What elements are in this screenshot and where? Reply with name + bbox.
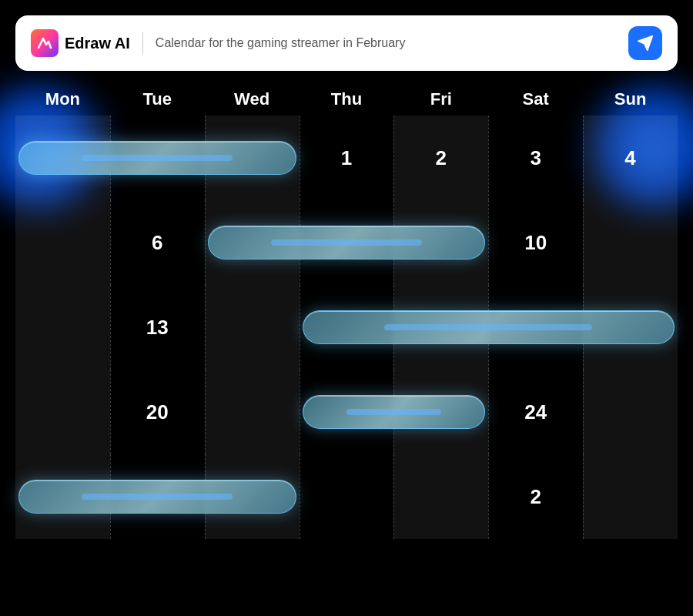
date-num-10-r1: 10: [524, 231, 547, 255]
gantt-bar-fill: [82, 155, 233, 161]
header-bar: Edraw AI Calendar for the gaming streame…: [15, 15, 678, 71]
cal-cell-r1-c5: 10: [488, 200, 583, 285]
calendar-rows: 12346101320242: [15, 116, 678, 539]
v-line-6: [583, 454, 584, 539]
gantt-bar-bar4: [303, 395, 486, 429]
cal-cell-r4-c6: [583, 454, 678, 539]
cal-cell-r4-c5: 2: [488, 454, 583, 539]
v-line-2: [205, 370, 206, 454]
cal-cell-r1-c1: 6: [110, 200, 205, 285]
cal-cell-r1-c0: [15, 200, 110, 285]
calendar: Mon Tue Wed Thu Fri Sat Sun 123461013202…: [15, 80, 678, 539]
v-line-6: [583, 200, 584, 285]
cal-cell-r4-c3: [300, 454, 394, 539]
cal-row-1: 610: [15, 200, 678, 285]
date-num-3-r0: 3: [530, 146, 541, 170]
edraw-logo-icon: [31, 29, 59, 57]
gantt-bar-bar5: [18, 480, 296, 514]
cal-cell-r3-c6: [583, 370, 678, 454]
cal-row-4: 2: [15, 454, 678, 539]
day-header-mon: Mon: [15, 80, 110, 116]
v-line-1: [110, 285, 111, 370]
send-button[interactable]: [628, 26, 662, 60]
cal-cell-r0-c3: 1: [300, 116, 394, 200]
cal-cell-r4-c4: [393, 454, 488, 539]
v-line-2: [205, 200, 206, 285]
date-num-13-r2: 13: [146, 316, 169, 340]
date-num-20-r3: 20: [146, 400, 169, 424]
date-num-1-r0: 1: [341, 146, 352, 170]
v-line-5: [488, 454, 489, 539]
date-num-2-r0: 2: [436, 146, 447, 170]
cal-cell-r2-c1: 13: [110, 285, 205, 370]
v-line-5: [488, 116, 489, 200]
gantt-bar-bar2: [208, 226, 486, 259]
cal-cell-r2-c0: [15, 285, 110, 370]
v-line-6: [583, 116, 584, 200]
v-line-5: [488, 200, 489, 285]
gantt-bar-fill: [346, 409, 440, 415]
cal-cell-r1-c6: [583, 200, 678, 285]
day-header-sat: Sat: [488, 80, 583, 116]
v-line-6: [583, 370, 584, 454]
cal-cell-r2-c2: [205, 285, 300, 370]
day-header-tue: Tue: [110, 80, 205, 116]
gantt-bar-bar1: [18, 141, 296, 175]
day-header-fri: Fri: [393, 80, 488, 116]
date-num-2-r4: 2: [530, 485, 541, 509]
header-title: Calendar for the gaming streamer in Febr…: [156, 36, 616, 50]
logo-area: Edraw AI: [31, 29, 130, 57]
date-num-4-r0: 4: [624, 146, 635, 170]
header-divider: [142, 32, 143, 54]
gantt-bar-fill: [384, 324, 592, 330]
day-header-thu: Thu: [300, 80, 394, 116]
v-line-5: [488, 370, 489, 454]
cal-cell-r0-c6: 4: [583, 116, 678, 200]
gantt-bar-fill: [82, 494, 233, 500]
date-num-24-r3: 24: [524, 400, 547, 424]
cal-cell-r0-c5: 3: [488, 116, 583, 200]
v-line-2: [205, 285, 206, 370]
cal-row-3: 2024: [15, 370, 678, 454]
main-container: Edraw AI Calendar for the gaming streame…: [15, 15, 678, 539]
logo-text: Edraw AI: [65, 35, 130, 52]
cal-cell-r3-c2: [205, 370, 300, 454]
v-line-3: [300, 370, 300, 454]
cal-row-2: 13: [15, 285, 678, 370]
gantt-bar-bar3: [303, 310, 675, 344]
v-line-4: [393, 454, 394, 539]
v-line-3: [300, 116, 300, 200]
v-line-3: [300, 285, 300, 370]
cal-cell-r3-c1: 20: [110, 370, 205, 454]
day-header-sun: Sun: [583, 80, 678, 116]
gantt-bar-fill: [271, 239, 422, 246]
cal-cell-r3-c0: [15, 370, 110, 454]
day-headers: Mon Tue Wed Thu Fri Sat Sun: [15, 80, 678, 116]
date-num-6-r1: 6: [152, 231, 162, 255]
day-header-wed: Wed: [205, 80, 300, 116]
v-line-4: [393, 116, 394, 200]
cal-row-0: 1234: [15, 116, 678, 200]
cal-cell-r3-c5: 24: [488, 370, 583, 454]
cal-cell-r0-c4: 2: [393, 116, 488, 200]
v-line-3: [300, 454, 300, 539]
v-line-1: [110, 200, 111, 285]
send-icon: [637, 35, 654, 52]
v-line-1: [110, 370, 111, 454]
